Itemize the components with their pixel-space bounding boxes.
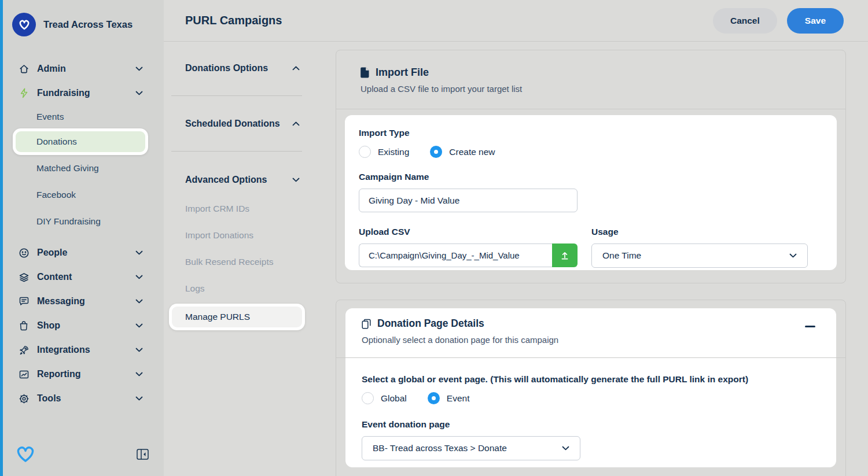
event-donation-page-select[interactable]: BB- Tread across Texas > Donate <box>362 436 580 460</box>
card-subtitle: Upload a CSV file to import your target … <box>361 84 845 94</box>
import-type-radio-group: Existing Create new <box>359 146 823 158</box>
subnav-item-import-donations[interactable]: Import Donations <box>185 222 336 249</box>
gear-icon <box>17 393 30 404</box>
card-title: Donation Page Details <box>377 318 484 330</box>
sidebar-item-label: Integrations <box>37 345 90 355</box>
chevron-down-icon <box>562 446 569 451</box>
upload-arrow-icon <box>559 250 571 261</box>
page-header: PURL Campaigns Cancel Save <box>164 0 868 42</box>
chevron-down-icon <box>135 91 143 95</box>
campaign-name-label: Campaign Name <box>359 172 823 182</box>
sidebar-item-content[interactable]: Content <box>0 265 164 289</box>
collapse-sidebar-icon[interactable] <box>137 449 149 460</box>
upload-csv-label: Upload CSV <box>359 227 578 237</box>
chevron-down-icon <box>135 372 143 377</box>
sidebar-item-donations-highlight[interactable]: Donations <box>13 128 148 155</box>
sidebar-item-events[interactable]: Events <box>0 105 164 128</box>
radio-global-label: Global <box>381 393 407 404</box>
brand-row: Tread Across Texas <box>0 0 164 36</box>
org-logo <box>12 13 36 36</box>
sidebar-item-label: Admin <box>37 64 66 74</box>
sidebar-item-admin[interactable]: Admin <box>0 57 164 81</box>
advanced-options-list: Import CRM IDs Import Donations Bulk Res… <box>164 195 336 330</box>
subnav-item-label: Logs <box>185 283 205 294</box>
primary-nav: Admin Fundraising Events Donations Match… <box>0 57 164 411</box>
subnav-item-logs[interactable]: Logs <box>185 275 336 302</box>
sidebar-item-shop[interactable]: Shop <box>0 313 164 338</box>
sidebar-item-donations[interactable]: Donations <box>16 131 145 152</box>
radio-event-label: Event <box>447 393 470 404</box>
sidebar-item-label: Fundraising <box>37 88 90 98</box>
collapse-section-minus-icon[interactable] <box>805 326 815 327</box>
subnav-item-manage-purls[interactable]: Manage PURLS <box>172 307 302 327</box>
page-type-label: Select a global or event page. (This wil… <box>362 374 822 385</box>
subnav-section-label: Advanced Options <box>185 175 267 185</box>
subnav-section-label: Donations Options <box>185 63 268 73</box>
sidebar-item-diy-fundraising[interactable]: DIY Fundraising <box>0 208 164 235</box>
chevron-down-icon <box>135 275 143 279</box>
save-button[interactable]: Save <box>787 8 844 34</box>
sidebar-item-reporting[interactable]: Reporting <box>0 362 164 386</box>
divider <box>171 151 302 152</box>
person-face-icon <box>17 248 30 259</box>
radio-global[interactable] <box>362 392 374 404</box>
donation-page-form: Select a global or event page. (This wil… <box>345 358 836 460</box>
radio-existing-label: Existing <box>378 147 409 157</box>
chevron-down-icon <box>789 253 797 258</box>
accent-strip <box>0 0 3 476</box>
subnav-section-scheduled-donations[interactable]: Scheduled Donations <box>185 112 300 135</box>
chevron-down-icon <box>135 348 143 352</box>
shopping-bag-icon <box>17 320 30 331</box>
secondary-sidebar: Donations Options Scheduled Donations Ad… <box>164 42 336 476</box>
funraise-heart-logo-icon <box>14 444 37 463</box>
radio-event[interactable] <box>428 392 440 404</box>
chevron-down-icon <box>135 323 143 328</box>
chevron-down-icon <box>135 67 143 71</box>
sidebar-item-people[interactable]: People <box>0 241 164 265</box>
sidebar-item-tools[interactable]: Tools <box>0 386 164 411</box>
file-icon <box>361 67 369 78</box>
page-type-radio-group: Global Event <box>362 392 822 404</box>
donation-page-card: Donation Page Details Optionally select … <box>336 300 846 476</box>
chevron-down-icon <box>135 396 143 401</box>
subnav-item-manage-purls-highlight[interactable]: Manage PURLS <box>169 304 305 330</box>
subnav-section-advanced-options[interactable]: Advanced Options <box>185 168 300 191</box>
sidebar-item-facebook[interactable]: Facebook <box>0 182 164 208</box>
chevron-up-icon <box>292 121 300 126</box>
sidebar-item-label: Donations <box>36 136 77 147</box>
campaign-name-input[interactable] <box>359 189 578 212</box>
import-file-card-header: Import File Upload a CSV file to import … <box>336 50 845 109</box>
sidebar-item-fundraising[interactable]: Fundraising <box>0 81 164 105</box>
sidebar-item-label: Reporting <box>37 369 81 379</box>
usage-select[interactable]: One Time <box>591 243 808 268</box>
subnav-item-label: Import CRM IDs <box>185 204 249 214</box>
upload-csv-input[interactable] <box>359 243 552 267</box>
sidebar-item-integrations[interactable]: Integrations <box>0 338 164 362</box>
donation-page-panel: Donation Page Details Optionally select … <box>345 308 836 467</box>
subnav-section-donations-options[interactable]: Donations Options <box>185 57 300 80</box>
radio-create-new-label: Create new <box>449 147 495 157</box>
event-donation-page-value: BB- Tread across Texas > Donate <box>373 443 507 453</box>
org-name: Tread Across Texas <box>43 19 133 30</box>
sidebar-item-label: Matched Giving <box>36 163 99 174</box>
subnav-item-import-crm-ids[interactable]: Import CRM IDs <box>185 195 336 222</box>
donation-page-card-header: Donation Page Details Optionally select … <box>345 308 836 345</box>
cancel-button[interactable]: Cancel <box>713 8 777 34</box>
radio-create-new[interactable] <box>430 146 442 158</box>
usage-label: Usage <box>591 227 808 237</box>
sidebar-item-label: Messaging <box>37 296 85 307</box>
sidebar-item-matched-giving[interactable]: Matched Giving <box>0 155 164 182</box>
sidebar-item-messaging[interactable]: Messaging <box>0 289 164 313</box>
subnav-item-bulk-resend-receipts[interactable]: Bulk Resend Receipts <box>185 249 336 275</box>
radio-existing[interactable] <box>359 146 371 158</box>
sidebar-item-label: Events <box>36 112 64 122</box>
subnav-item-label: Import Donations <box>185 230 253 241</box>
heart-logo-icon <box>17 19 31 31</box>
main-area: PURL Campaigns Cancel Save Donations Opt… <box>164 0 868 476</box>
card-subtitle: Optionally select a donation page for th… <box>362 335 822 345</box>
upload-button[interactable] <box>552 243 578 267</box>
import-type-label: Import Type <box>359 128 823 138</box>
sidebar-item-label: People <box>37 248 67 258</box>
usage-select-value: One Time <box>602 250 641 261</box>
primary-sidebar: Tread Across Texas Admin Fundraising Eve… <box>0 0 164 476</box>
